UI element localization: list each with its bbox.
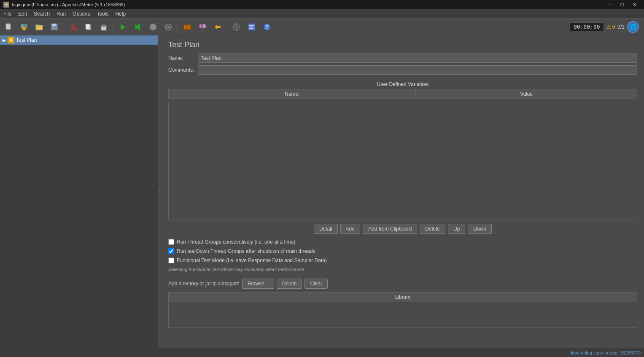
svg-point-29 — [199, 24, 202, 28]
run-thread-groups-row: Run Thread Groups consecutively (i.e. on… — [168, 239, 637, 245]
library-table: Library — [168, 292, 637, 302]
browse-button[interactable]: Browse... — [242, 279, 274, 289]
app-icon: ⚡ — [3, 2, 9, 8]
svg-text:+: + — [23, 28, 25, 30]
functional-test-mode-label: Functional Test Mode (i.e. save Response… — [177, 258, 327, 263]
separator-3 — [178, 21, 178, 33]
col-value: Value — [416, 89, 637, 99]
clear-all-button[interactable] — [180, 20, 194, 34]
cut-button[interactable] — [66, 20, 81, 34]
resize-handle[interactable]: ⋮ — [158, 35, 162, 348]
add-button[interactable]: Add — [340, 224, 360, 234]
right-panel: Test Plan Name: Comments: User Defined V… — [162, 35, 644, 348]
menu-tools[interactable]: Tools — [93, 10, 112, 18]
add-from-clipboard-button[interactable]: Add from Clipboard — [363, 224, 417, 234]
menu-edit[interactable]: Edit — [15, 10, 30, 18]
ratio-display: 0/1 — [617, 24, 625, 30]
maximize-button[interactable]: □ — [616, 0, 628, 9]
svg-rect-40 — [249, 27, 253, 27]
shutdown-button[interactable] — [161, 20, 175, 34]
run-teardown-row: Run tearDown Thread Groups after shutdow… — [168, 248, 637, 254]
menu-options[interactable]: Options — [69, 10, 93, 18]
tree-arrow: ▶ — [3, 38, 6, 43]
svg-marker-20 — [135, 24, 139, 30]
clear-button[interactable]: Clear — [304, 279, 328, 289]
svg-rect-41 — [249, 28, 253, 29]
up-button[interactable]: Up — [448, 224, 465, 234]
comments-row: Comments: — [168, 65, 637, 75]
help-button[interactable]: ? — [260, 20, 274, 34]
globe-button[interactable]: 🌐 — [627, 21, 639, 33]
detail-button[interactable]: Detail — [314, 224, 338, 234]
table-body-area[interactable] — [168, 102, 637, 220]
svg-rect-39 — [249, 25, 254, 26]
function-helper-button[interactable] — [245, 20, 259, 34]
tree-item-test-plan[interactable]: ▶ A Test Plan — [0, 35, 158, 45]
functional-note: Selecting Functional Test Mode may adver… — [168, 267, 637, 272]
delete-button[interactable]: Delete — [420, 224, 445, 234]
functional-test-mode-checkbox[interactable] — [168, 258, 174, 263]
close-button[interactable]: ✕ — [629, 0, 641, 9]
main-area: ▶ A Test Plan ⋮ Test Plan Name: Comments… — [0, 35, 644, 348]
open-button[interactable] — [32, 20, 46, 34]
variables-table: Name: Value — [168, 89, 637, 99]
action-buttons: Detail Add Add from Clipboard Delete Up … — [168, 224, 637, 234]
warning-icon: ⚠ — [606, 24, 611, 30]
status-link[interactable]: https://blog.csdn.net/qq_35253970 — [569, 350, 641, 355]
svg-rect-0 — [6, 24, 11, 30]
menu-run[interactable]: Run — [53, 10, 69, 18]
minimize-button[interactable]: ─ — [604, 0, 615, 9]
col-library: Library — [169, 293, 637, 302]
name-label: Name: — [168, 55, 198, 61]
window-title: login.jmx (F:\login.jmx) - Apache JMeter… — [12, 2, 125, 7]
svg-point-14 — [74, 28, 77, 30]
run-teardown-checkbox[interactable] — [168, 248, 174, 254]
warning-count: 0 — [612, 24, 615, 30]
functional-test-mode-row: Functional Test Mode (i.e. save Response… — [168, 258, 637, 263]
reset-search-button[interactable] — [210, 20, 225, 34]
svg-rect-10 — [52, 27, 57, 30]
warning-badge: ⚠ 0 — [606, 24, 615, 30]
menu-help[interactable]: Help — [112, 10, 129, 18]
classpath-delete-button[interactable]: Delete — [277, 279, 302, 289]
stop-button[interactable] — [146, 20, 160, 34]
svg-rect-7 — [36, 25, 39, 26]
svg-rect-33 — [217, 26, 221, 28]
svg-text:?: ? — [266, 24, 269, 30]
run-thread-groups-checkbox[interactable] — [168, 239, 174, 245]
svg-point-13 — [70, 28, 73, 30]
comments-label: Comments: — [168, 67, 198, 73]
svg-marker-21 — [138, 24, 140, 30]
templates-button[interactable]: + — [17, 20, 31, 34]
remote-start-button[interactable] — [229, 20, 244, 34]
svg-point-22 — [150, 24, 156, 30]
start-button[interactable] — [116, 20, 130, 34]
save-button[interactable] — [47, 20, 62, 34]
svg-rect-16 — [86, 24, 90, 29]
toolbar-right: 00:00:00 ⚠ 0 0/1 🌐 — [570, 21, 642, 33]
search-btn[interactable] — [195, 20, 210, 34]
run-thread-groups-label: Run Thread Groups consecutively (i.e. on… — [177, 239, 295, 245]
left-panel: ▶ A Test Plan — [0, 35, 158, 348]
menu-search[interactable]: Search — [30, 10, 53, 18]
new-button[interactable] — [2, 20, 16, 34]
svg-rect-9 — [52, 24, 56, 26]
name-input[interactable] — [198, 54, 637, 63]
down-button[interactable]: Down — [468, 224, 492, 234]
menu-file[interactable]: File — [0, 10, 15, 18]
svg-marker-19 — [121, 24, 126, 30]
paste-button[interactable] — [97, 20, 111, 34]
svg-point-24 — [167, 26, 170, 28]
tree-label: Test Plan — [16, 37, 37, 43]
svg-marker-32 — [215, 25, 217, 29]
run-teardown-label: Run tearDown Thread Groups after shutdow… — [177, 248, 315, 254]
panel-title: Test Plan — [168, 40, 637, 49]
copy-button[interactable] — [81, 20, 96, 34]
svg-point-30 — [202, 24, 206, 28]
col-name: Name: — [169, 89, 416, 99]
start-no-pauses-button[interactable] — [131, 20, 145, 34]
comments-input[interactable] — [198, 65, 637, 75]
separator-1 — [64, 21, 64, 33]
menu-bar: File Edit Search Run Options Tools Help — [0, 9, 644, 19]
library-body[interactable] — [168, 302, 637, 327]
